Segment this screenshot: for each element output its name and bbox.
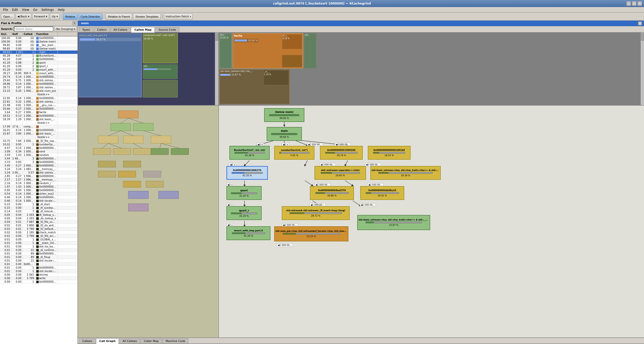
table-row[interactable]: 29.74 0.14 1 000 000 0x0000000001009260 … [0, 75, 77, 79]
treemap-cell-std[interactable]: std:... [143, 64, 178, 79]
panel-close-button[interactable]: ✕ [72, 21, 76, 25]
cg-node-bucketsort[interactable]: BucketSort(int*, int, int) 45.28 % [229, 146, 270, 160]
cg-node-0x109270[interactable]: 0x0000000001009270 41.20 % [226, 166, 268, 180]
cg-node-basic-ostream-2[interactable]: std::basic_ostream<char, std::char_trait… [357, 215, 430, 230]
cg-node-basic-ostream-1[interactable]: std::basic_ostream<char, std::char_trait… [370, 166, 441, 180]
table-row[interactable]: 0.05 0.04 2 203 dl_lookup_symbol_x [0, 213, 77, 217]
table-row[interactable]: 0.01 0.00 89 _dl_fixup [0, 255, 77, 259]
menu-edit[interactable]: Edit [10, 8, 20, 12]
table-row[interactable]: 0.02 0.00 2 195 check_match [0, 231, 77, 234]
table-row[interactable]: 1.97 1.43 1 000 000 0x00000000012b140 li… [0, 185, 77, 189]
table-row[interactable]: 0.54 0.14 1 000 000 strlen_avx2 [0, 192, 77, 196]
table-row[interactable]: 22.81 0.32 1 000 000 std::ostreamburf_it… [0, 100, 77, 104]
table-row[interactable]: 10.75 7.84 2 000 000 _IO_file_xsputn@@GU… [0, 139, 77, 143]
table-row[interactable]: 0.00 0.00 2 561 strcmp [0, 273, 77, 277]
table-row[interactable]: 2.16 0.14 1 000 000 random_r [0, 182, 77, 185]
back-dropdown[interactable]: ◀ Back ▾ [16, 14, 31, 20]
grouping-dropdown[interactable]: (No Grouping) ▾ [54, 26, 76, 31]
tab-all-callers[interactable]: All Callers [110, 27, 131, 32]
cg-node-qsort[interactable]: qsort 41.20 % [226, 186, 262, 200]
table-row[interactable]: 3.59 1.43 1 000 000 random [0, 153, 77, 157]
table-row[interactable]: 3.24 2 000 005 0.57 std::ostream& std::o… [0, 171, 77, 175]
table-row[interactable]: 21.48 0.81 1 000 000 __gnu_cxx::stdio_sy… [0, 104, 77, 107]
treemap-cell-fwrite[interactable]: fwrite 10.54 % IO_f... 9.19 % [233, 33, 303, 68]
table-row[interactable]: 16.01 0.14 1 000 000 0x0000000004bf0a10 … [0, 128, 77, 132]
maximize-button[interactable]: □ [632, 1, 636, 6]
cg-node-main[interactable]: main 99.84 % [267, 127, 302, 141]
table-row[interactable]: 0.14 0.03 7 _dl_relocate_object [0, 210, 77, 213]
treemap-cell-small1[interactable] [143, 80, 178, 98]
menu-go[interactable]: Go [31, 8, 39, 12]
tab-callers[interactable]: Callers [94, 27, 110, 32]
table-row[interactable]: 4.07 0.14 1 000 000 0x0000000001009170 [0, 146, 77, 150]
tab-callee-map[interactable]: Callee Map [131, 27, 155, 33]
subwindow-close-button[interactable]: ✕ [638, 21, 642, 25]
table-row[interactable]: 0.03 0.01 3 799 _IO_default_xsputn [0, 227, 77, 231]
table-row[interactable]: 28.86 0.14 1 000 000 0x0000000004bef370 … [0, 82, 77, 86]
table-row[interactable]: 39.27 18.89 999 996 msort_with_tmp.part.… [0, 72, 77, 75]
table-row[interactable]: 100.00 0.00 (0) 0x0000000000202b0 ld-lin… [0, 36, 77, 40]
treemap-cell-std2[interactable]: Std:... 22.81 % [219, 33, 232, 68]
table-row[interactable]: 0.04 0.01 7 687 _IO_file_overflow@@GUBC.… [0, 220, 77, 224]
col-self[interactable]: Self [11, 32, 23, 36]
table-row[interactable]: 0.46 0.14 1 000 110 std::locale::_M_id()… [0, 199, 77, 203]
cg-node-num-put[interactable]: std::num_put<char, std::ostreambuf_itera… [274, 226, 348, 241]
minimize-button[interactable]: _ [626, 1, 631, 6]
col-function[interactable]: Function [35, 32, 58, 36]
table-row[interactable]: 29.60 0.75 1 000 000 std::ostream::opera… [0, 79, 77, 82]
cg-node-below-main[interactable]: (below main) 99.84 % [264, 108, 304, 122]
up-dropdown[interactable]: Up ▾ [50, 14, 60, 20]
treemap-cell-main[interactable]: msort_with_tmp.part.0'2 39.27 % [78, 33, 142, 97]
table-row[interactable]: 0.15 0.00 1 _dl_start [0, 203, 77, 206]
col-called[interactable]: Called [23, 32, 35, 36]
table-row[interactable]: 99.85 0.00 (0) (below main) [0, 47, 77, 51]
treemap-cell-comp[interactable]: comp(void const*, void const*) 16.98 % [143, 33, 178, 63]
table-row[interactable]: 45.28 4.07 1 BucketSort(int*, int, int) … [0, 54, 77, 58]
menu-help[interactable]: Help [56, 8, 67, 12]
search-input[interactable] [14, 26, 53, 31]
shorten-templates-button[interactable]: Shorten Templates [133, 14, 161, 20]
table-row[interactable]: 10.02 9.95 1 numberGen(int, int*) (unkno… [0, 143, 77, 146]
treemap-cell-basic-ostream[interactable]: std::basic_ostream<std::char_... 15.87 %… [219, 69, 290, 104]
table-row[interactable]: 0.01 0.00 1 std::locale::_Impl::lmpun... [0, 270, 77, 273]
table-row[interactable]: 0.01 0.00 22 _dl_runtime_resolve_xsave [0, 248, 77, 252]
table-row[interactable]: 3.33 0.83 3 0x0000000000012e7e0 [0, 160, 77, 164]
instruction-fetch-dropdown[interactable]: Instruction Fetch ▾ [164, 14, 193, 20]
cg-node-0x4bef370[interactable]: 0x0000000004bef370 28.86 % [310, 186, 354, 200]
cg-node-numbergen[interactable]: numberGen(int, int*) 5.02 % [274, 146, 314, 160]
table-row[interactable]: 0.01 0.00 3 799 _IO_file_write@@GLIBC_2.… [0, 234, 77, 238]
cg-node-ostream-insert[interactable]: std::ostream& std::ostream::_M_insert<lo… [282, 206, 350, 220]
cg-node-qsort-r[interactable]: qsort_r 41.20 % [226, 206, 262, 220]
relative-button[interactable]: Relative [63, 14, 77, 20]
table-row[interactable]: 0.01 0.00 1 _GLOBAL_sub_I_Z9numb... [0, 238, 77, 241]
table-row[interactable]: 41.20 0.00 2 msort_with_tmp.part.0 [0, 68, 77, 72]
table-row[interactable]: 17.99 17 866 259 compvoid const*, void c… [0, 125, 77, 128]
table-row[interactable]: 22.95 0.14 1 000 000 0x0000000004b0b00 (… [0, 97, 77, 100]
cg-node-ostream-op[interactable]: std::ostream::operator<<(int) 29.60 % [314, 166, 366, 180]
table-row[interactable]: 100.00 0.00 (0) (below main) libc.so.6: [0, 40, 77, 44]
close-button[interactable]: ✕ [637, 1, 642, 6]
relative-to-parent-button[interactable]: Relative to Parent [106, 14, 132, 20]
table-row[interactable]: 18.39 1.29 1 000 000 std::basic_ostream … [0, 118, 77, 125]
table-row[interactable]: 0.01 0.00 1 __static_initialization_and_… [0, 241, 77, 245]
table-row[interactable]: 20.66 0.27 2 000 000 0x0000000004f1c20 [0, 107, 77, 111]
cg-node-msort-tmp[interactable]: msort_with_tmp.part.0 41.20 % [226, 226, 270, 240]
table-row[interactable]: 3.09 0.34 1 000 000 rand [0, 150, 77, 153]
table-row[interactable]: 41.20 0.00 2 0x0000000001009270 (unknown [0, 58, 77, 61]
table-row[interactable]: 99.85 0.00 (0) __libc_start_main@@GUBC..… [0, 44, 77, 47]
table-row[interactable]: 18.52 0.13 1 000 000 0x0000000001091b0 [0, 114, 77, 118]
table-row[interactable]: 0.05 0.04 2 203 _do_lookup_x [0, 217, 77, 220]
table-row[interactable]: 2.85 0.27 1 996 289 0x0000000004aa23e0 [0, 175, 77, 178]
tab-call-graph[interactable]: Call Graph [96, 338, 119, 344]
col-incl[interactable]: Incl. [0, 32, 11, 36]
cg-node-0x1091b0[interactable]: 0x0000000000001091b0 18.52 % [368, 146, 411, 160]
table-row[interactable]: 0.95 0.00 1 000 000 0x0000000004bef8d0 [0, 189, 77, 192]
table-row[interactable]: 2.57 2.57 1 996 289 __memcpy_avx_unalign… [0, 178, 77, 182]
table-row[interactable]: 0.46 0.14 1 000 110 0x0000000004bef6d0 [0, 196, 77, 199]
table-row[interactable]: 0.15 0.00 1 _dl_sysdep_start [0, 206, 77, 210]
treemap-scrollbar[interactable] [215, 33, 218, 106]
table-row[interactable]: 28.72 3.87 1 000 000 std::ostream& std::… [0, 86, 77, 89]
open-button[interactable]: Open... [1, 14, 15, 20]
table-row[interactable]: 0.02 0.01 3 800 _IO_do_write@@GLIBC_2.5 [0, 224, 77, 227]
table-row[interactable]: 0.01 0.00 0x0000000002330 [0, 263, 77, 266]
